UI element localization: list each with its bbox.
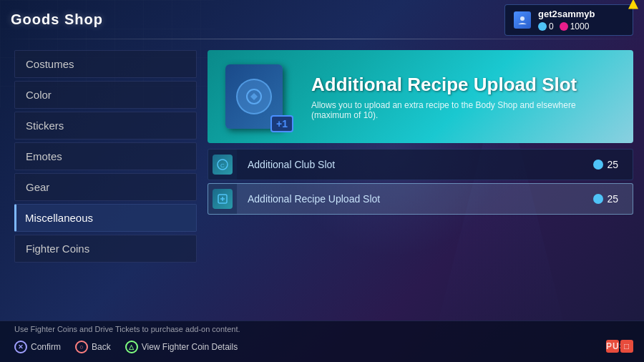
banner-text: Additional Recipe Upload Slot Allows you… <box>311 74 633 120</box>
item-icon-club-slot: C <box>208 149 237 180</box>
svg-text:C: C <box>220 162 225 169</box>
club-slot-icon: C <box>213 155 233 175</box>
sidebar: Costumes Color Stickers Emotes Gear Misc… <box>14 39 197 319</box>
item-price-club-slot: 25 <box>579 159 633 170</box>
plus-badge: +1 <box>270 115 293 132</box>
banner-icon: +1 <box>218 57 297 136</box>
main-content: +1 Additional Recipe Upload Slot Allows … <box>208 39 633 319</box>
footer: Use Fighter Coins and Drive Tickets to p… <box>0 321 644 362</box>
sidebar-item-color[interactable]: Color <box>14 81 197 109</box>
item-row-recipe-slot[interactable]: Additional Recipe Upload Slot 25 <box>208 183 633 215</box>
currency-blue: 0 <box>538 21 554 31</box>
sidebar-item-fighter-coins[interactable]: Fighter Coins <box>14 235 197 263</box>
sidebar-item-miscellaneous[interactable]: Miscellaneous <box>14 204 197 232</box>
price-icon-blue <box>593 160 603 170</box>
svg-point-1 <box>520 16 525 21</box>
footer-hint: Use Fighter Coins and Drive Tickets to p… <box>14 325 240 333</box>
currency-group: 0 1000 <box>538 21 595 31</box>
sidebar-item-gear[interactable]: Gear <box>14 173 197 201</box>
alert-icon <box>628 0 638 9</box>
x-button-icon: ✕ <box>14 341 27 353</box>
item-price-recipe-slot: 25 <box>579 193 633 205</box>
sidebar-item-stickers[interactable]: Stickers <box>14 112 197 140</box>
footer-controls: ✕ Confirm ○ Back △ View Fighter Coin Det… <box>14 341 238 353</box>
user-panel: get2sammyb 0 1000 <box>504 4 633 36</box>
currency-pink-icon <box>560 22 568 31</box>
back-button[interactable]: ○ Back <box>75 341 111 353</box>
username: get2sammyb <box>538 9 595 19</box>
item-icon-recipe-slot <box>208 183 237 215</box>
o-button-icon: ○ <box>75 341 88 353</box>
sidebar-item-costumes[interactable]: Costumes <box>14 50 197 78</box>
banner-card-inner <box>236 79 272 114</box>
banner-title: Additional Recipe Upload Slot <box>311 74 633 96</box>
item-name-club-slot: Additional Club Slot <box>237 159 579 170</box>
currency-blue-icon <box>538 22 547 31</box>
item-row-club-slot[interactable]: C Additional Club Slot 25 <box>208 149 633 180</box>
recipe-slot-icon <box>213 189 233 209</box>
page-title: Goods Shop <box>11 11 103 28</box>
push-logo: PUSH□ <box>605 338 633 353</box>
avatar <box>514 11 531 29</box>
banner-description: Allows you to upload an extra recipe to … <box>311 100 597 120</box>
triangle-button-icon: △ <box>125 341 138 353</box>
push-square-icon: □ <box>620 340 633 353</box>
sidebar-item-emotes[interactable]: Emotes <box>14 142 197 170</box>
item-banner: +1 Additional Recipe Upload Slot Allows … <box>208 50 633 143</box>
header: Goods Shop get2sammyb 0 1000 <box>0 0 644 39</box>
confirm-button[interactable]: ✕ Confirm <box>14 341 61 353</box>
view-details-button[interactable]: △ View Fighter Coin Details <box>125 341 238 353</box>
item-list: C Additional Club Slot 25 <box>208 149 633 215</box>
item-name-recipe-slot: Additional Recipe Upload Slot <box>237 193 579 205</box>
currency-pink: 1000 <box>560 21 590 31</box>
price-icon-blue-2 <box>593 194 603 204</box>
